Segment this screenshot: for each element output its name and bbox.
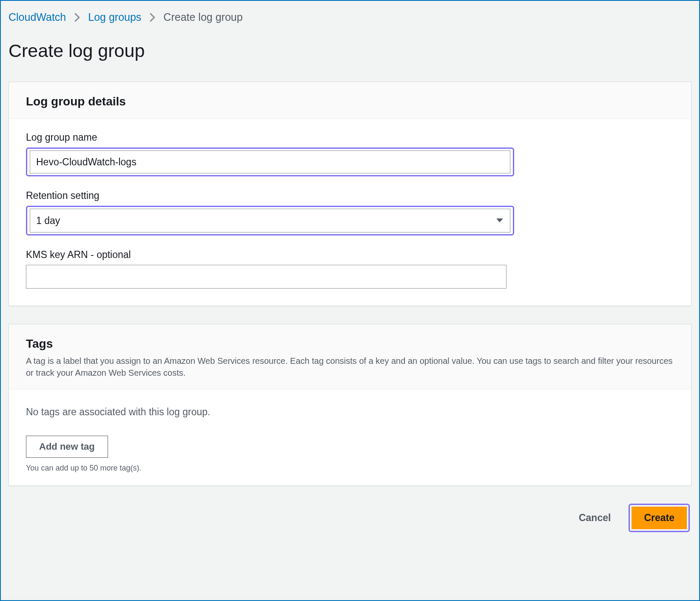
caret-down-icon [495,218,504,224]
tags-heading: Tags [26,337,674,351]
field-retention-setting: Retention setting 1 day [26,190,674,235]
cancel-button[interactable]: Cancel [571,506,618,530]
tags-limit-text: You can add up to 50 more tag(s). [26,464,674,473]
tags-panel: Tags A tag is a label that you assign to… [9,324,691,486]
page-title: Create log group [9,40,691,61]
tags-description: A tag is a label that you assign to an A… [26,355,674,379]
log-group-name-label: Log group name [26,132,674,143]
highlight-box [26,147,514,176]
chevron-right-icon [74,13,80,22]
breadcrumb-link-cloudwatch[interactable]: CloudWatch [9,11,66,23]
breadcrumb-current: Create log group [163,11,242,23]
retention-label: Retention setting [26,190,674,201]
log-group-name-input[interactable] [30,150,510,173]
kms-key-label: KMS key ARN - optional [26,249,674,261]
chevron-right-icon [149,13,156,22]
panel-header: Tags A tag is a label that you assign to… [9,324,691,389]
kms-key-input[interactable] [26,265,507,289]
field-log-group-name: Log group name [26,132,674,176]
highlight-box: 1 day [26,206,514,235]
retention-selected-value: 1 day [36,215,60,227]
tags-empty-text: No tags are associated with this log gro… [26,406,674,418]
retention-select[interactable]: 1 day [30,209,510,232]
breadcrumb: CloudWatch Log groups Create log group [9,11,691,23]
log-group-details-panel: Log group details Log group name Retenti… [9,82,691,306]
breadcrumb-link-log-groups[interactable]: Log groups [88,11,141,23]
field-kms-key: KMS key ARN - optional [26,249,674,289]
add-new-tag-button[interactable]: Add new tag [26,436,108,458]
create-button[interactable]: Create [632,507,687,529]
details-heading: Log group details [26,95,674,108]
footer-actions: Cancel Create [9,504,691,532]
panel-header: Log group details [9,82,691,119]
highlight-box: Create [629,504,690,532]
